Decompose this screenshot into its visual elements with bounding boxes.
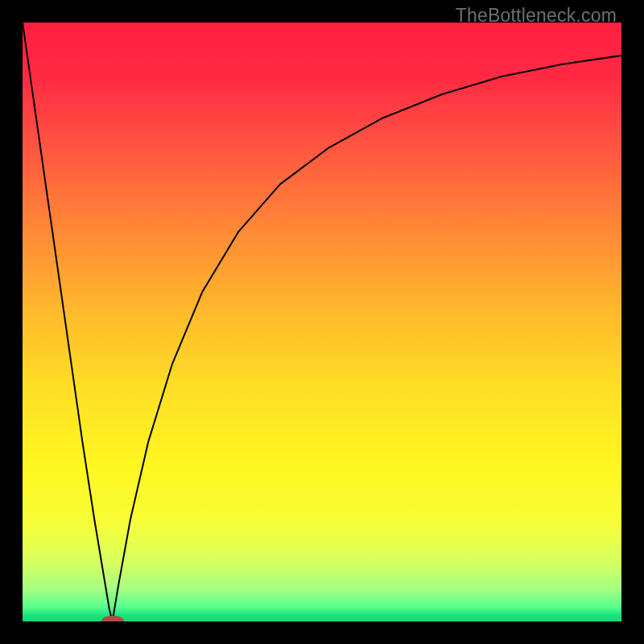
min-marker [101, 616, 124, 621]
curve-layer [23, 23, 621, 621]
watermark-text: TheBottleneck.com [456, 5, 617, 27]
curve-right-branch [113, 56, 621, 621]
curve-left-branch [23, 23, 113, 621]
plot-area [23, 23, 621, 621]
chart-frame: TheBottleneck.com [0, 0, 644, 644]
